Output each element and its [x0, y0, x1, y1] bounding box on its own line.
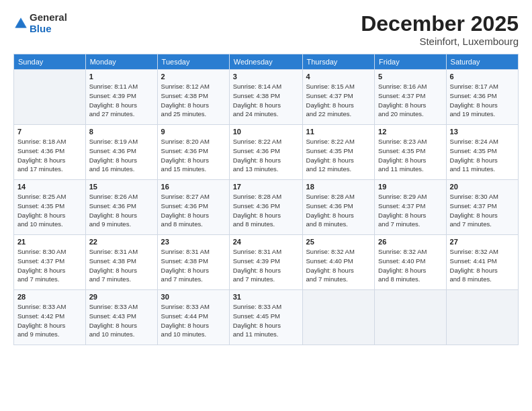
- day-number: 10: [233, 128, 299, 136]
- day-info: Sunrise: 8:20 AMSunset: 4:36 PMDaylight:…: [161, 137, 226, 174]
- logo: General Blue: [13, 12, 67, 34]
- header-thursday: Thursday: [302, 54, 375, 70]
- calendar-table: Sunday Monday Tuesday Wednesday Thursday…: [13, 54, 519, 345]
- table-row: 9Sunrise: 8:20 AMSunset: 4:36 PMDaylight…: [157, 125, 229, 180]
- day-info: Sunrise: 8:16 AMSunset: 4:37 PMDaylight:…: [378, 82, 442, 119]
- day-info: Sunrise: 8:25 AMSunset: 4:35 PMDaylight:…: [17, 192, 82, 229]
- day-info: Sunrise: 8:28 AMSunset: 4:36 PMDaylight:…: [233, 192, 299, 229]
- table-row: 12Sunrise: 8:23 AMSunset: 4:35 PMDayligh…: [375, 125, 446, 180]
- day-info: Sunrise: 8:30 AMSunset: 4:37 PMDaylight:…: [450, 192, 515, 229]
- day-number: 19: [378, 183, 442, 191]
- table-row: [375, 290, 446, 345]
- day-info: Sunrise: 8:32 AMSunset: 4:41 PMDaylight:…: [450, 247, 515, 284]
- day-info: Sunrise: 8:23 AMSunset: 4:35 PMDaylight:…: [378, 137, 442, 174]
- logo-icon: [13, 16, 28, 31]
- day-number: 29: [89, 293, 154, 301]
- title-block: December 2025 Steinfort, Luxembourg: [361, 12, 519, 47]
- day-number: 11: [306, 128, 371, 136]
- calendar-week-row: 1Sunrise: 8:11 AMSunset: 4:39 PMDaylight…: [14, 70, 519, 125]
- table-row: 15Sunrise: 8:26 AMSunset: 4:36 PMDayligh…: [85, 180, 157, 235]
- table-row: 17Sunrise: 8:28 AMSunset: 4:36 PMDayligh…: [229, 180, 302, 235]
- day-number: 4: [306, 73, 371, 81]
- day-info: Sunrise: 8:14 AMSunset: 4:38 PMDaylight:…: [233, 82, 299, 119]
- table-row: 29Sunrise: 8:33 AMSunset: 4:43 PMDayligh…: [85, 290, 157, 345]
- calendar-header-row: Sunday Monday Tuesday Wednesday Thursday…: [14, 54, 519, 70]
- day-number: 22: [89, 238, 154, 246]
- table-row: 30Sunrise: 8:33 AMSunset: 4:44 PMDayligh…: [157, 290, 229, 345]
- day-info: Sunrise: 8:32 AMSunset: 4:40 PMDaylight:…: [306, 247, 371, 284]
- day-info: Sunrise: 8:19 AMSunset: 4:36 PMDaylight:…: [89, 137, 154, 174]
- header-sunday: Sunday: [14, 54, 86, 70]
- day-number: 5: [378, 73, 442, 81]
- day-number: 20: [450, 183, 515, 191]
- table-row: 25Sunrise: 8:32 AMSunset: 4:40 PMDayligh…: [302, 235, 375, 290]
- day-info: Sunrise: 8:33 AMSunset: 4:45 PMDaylight:…: [233, 302, 299, 339]
- day-number: 26: [378, 238, 442, 246]
- table-row: 8Sunrise: 8:19 AMSunset: 4:36 PMDaylight…: [85, 125, 157, 180]
- day-info: Sunrise: 8:11 AMSunset: 4:39 PMDaylight:…: [89, 82, 154, 119]
- day-info: Sunrise: 8:15 AMSunset: 4:37 PMDaylight:…: [306, 82, 371, 119]
- day-info: Sunrise: 8:33 AMSunset: 4:43 PMDaylight:…: [89, 302, 154, 339]
- day-info: Sunrise: 8:22 AMSunset: 4:35 PMDaylight:…: [306, 137, 371, 174]
- day-number: 18: [306, 183, 371, 191]
- day-info: Sunrise: 8:31 AMSunset: 4:38 PMDaylight:…: [89, 247, 154, 284]
- table-row: [302, 290, 375, 345]
- logo-general: General: [30, 12, 67, 24]
- table-row: 3Sunrise: 8:14 AMSunset: 4:38 PMDaylight…: [229, 70, 302, 125]
- table-row: [446, 290, 518, 345]
- day-number: 14: [17, 183, 82, 191]
- table-row: 26Sunrise: 8:32 AMSunset: 4:40 PMDayligh…: [375, 235, 446, 290]
- day-number: 13: [450, 128, 515, 136]
- calendar-week-row: 14Sunrise: 8:25 AMSunset: 4:35 PMDayligh…: [14, 180, 519, 235]
- day-number: 31: [233, 293, 299, 301]
- calendar-week-row: 7Sunrise: 8:18 AMSunset: 4:36 PMDaylight…: [14, 125, 519, 180]
- day-info: Sunrise: 8:12 AMSunset: 4:38 PMDaylight:…: [161, 82, 226, 119]
- day-number: 12: [378, 128, 442, 136]
- day-number: 27: [450, 238, 515, 246]
- day-info: Sunrise: 8:24 AMSunset: 4:35 PMDaylight:…: [450, 137, 515, 174]
- header: General Blue December 2025 Steinfort, Lu…: [13, 12, 519, 47]
- day-number: 17: [233, 183, 299, 191]
- day-number: 3: [233, 73, 299, 81]
- table-row: 22Sunrise: 8:31 AMSunset: 4:38 PMDayligh…: [85, 235, 157, 290]
- table-row: 10Sunrise: 8:22 AMSunset: 4:36 PMDayligh…: [229, 125, 302, 180]
- table-row: 1Sunrise: 8:11 AMSunset: 4:39 PMDaylight…: [85, 70, 157, 125]
- day-info: Sunrise: 8:33 AMSunset: 4:44 PMDaylight:…: [161, 302, 226, 339]
- calendar-week-row: 21Sunrise: 8:30 AMSunset: 4:37 PMDayligh…: [14, 235, 519, 290]
- table-row: 31Sunrise: 8:33 AMSunset: 4:45 PMDayligh…: [229, 290, 302, 345]
- day-number: 23: [161, 238, 226, 246]
- day-info: Sunrise: 8:31 AMSunset: 4:38 PMDaylight:…: [161, 247, 226, 284]
- table-row: 19Sunrise: 8:29 AMSunset: 4:37 PMDayligh…: [375, 180, 446, 235]
- table-row: [14, 70, 86, 125]
- header-tuesday: Tuesday: [157, 54, 229, 70]
- header-saturday: Saturday: [446, 54, 518, 70]
- day-number: 28: [17, 293, 82, 301]
- day-number: 25: [306, 238, 371, 246]
- day-number: 21: [17, 238, 82, 246]
- day-number: 1: [89, 73, 154, 81]
- day-info: Sunrise: 8:32 AMSunset: 4:40 PMDaylight:…: [378, 247, 442, 284]
- table-row: 5Sunrise: 8:16 AMSunset: 4:37 PMDaylight…: [375, 70, 446, 125]
- location: Steinfort, Luxembourg: [361, 36, 519, 47]
- day-info: Sunrise: 8:29 AMSunset: 4:37 PMDaylight:…: [378, 192, 442, 229]
- table-row: 16Sunrise: 8:27 AMSunset: 4:36 PMDayligh…: [157, 180, 229, 235]
- day-info: Sunrise: 8:18 AMSunset: 4:36 PMDaylight:…: [17, 137, 82, 174]
- page: General Blue December 2025 Steinfort, Lu…: [0, 0, 532, 411]
- table-row: 23Sunrise: 8:31 AMSunset: 4:38 PMDayligh…: [157, 235, 229, 290]
- day-info: Sunrise: 8:17 AMSunset: 4:36 PMDaylight:…: [450, 82, 515, 119]
- logo-blue: Blue: [30, 24, 67, 35]
- day-number: 30: [161, 293, 226, 301]
- header-monday: Monday: [85, 54, 157, 70]
- table-row: 28Sunrise: 8:33 AMSunset: 4:42 PMDayligh…: [14, 290, 86, 345]
- logo-text: General Blue: [30, 12, 67, 34]
- table-row: 2Sunrise: 8:12 AMSunset: 4:38 PMDaylight…: [157, 70, 229, 125]
- day-number: 7: [17, 128, 82, 136]
- day-info: Sunrise: 8:26 AMSunset: 4:36 PMDaylight:…: [89, 192, 154, 229]
- table-row: 6Sunrise: 8:17 AMSunset: 4:36 PMDaylight…: [446, 70, 518, 125]
- table-row: 21Sunrise: 8:30 AMSunset: 4:37 PMDayligh…: [14, 235, 86, 290]
- day-number: 9: [161, 128, 226, 136]
- day-number: 2: [161, 73, 226, 81]
- header-wednesday: Wednesday: [229, 54, 302, 70]
- day-number: 15: [89, 183, 154, 191]
- table-row: 27Sunrise: 8:32 AMSunset: 4:41 PMDayligh…: [446, 235, 518, 290]
